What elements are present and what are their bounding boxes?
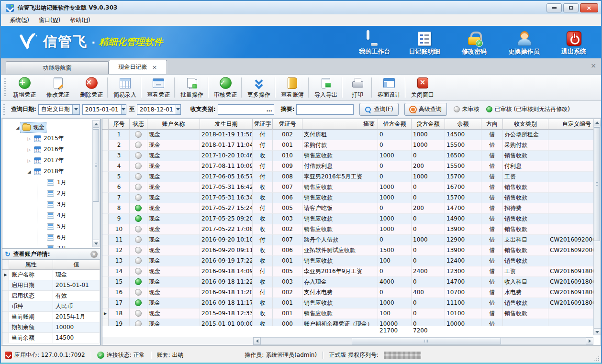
grid-column-header[interactable]: 账户名称 — [147, 119, 200, 130]
tree-node-month[interactable]: 7月 — [37, 243, 100, 248]
tree-node-year[interactable]: 2016年 — [26, 144, 100, 155]
toolbar-button[interactable]: ▼ 查看账簿 — [276, 75, 309, 100]
toolbar-button[interactable]: ▼ 审核凭证 — [209, 75, 242, 100]
date-to-select[interactable]: 2018-12-01 — [137, 104, 181, 115]
grid-row[interactable]: 3 现金 2017-10-20 10:46 收 010 销售应收款 1000 0… — [102, 151, 594, 161]
panel-close-icon[interactable]: × — [90, 251, 98, 258]
tree-node-month[interactable]: 5月 — [37, 221, 100, 232]
query-button[interactable]: 查询(F) — [359, 103, 398, 116]
toolbar-button[interactable]: ▼ 查看凭证 — [142, 75, 175, 100]
tree-node-month[interactable]: 1月 — [37, 177, 100, 188]
scroll-left-icon[interactable] — [253, 337, 261, 345]
grid-row[interactable]: 2 现金 2018-01-17 11:04 付 001 采购付款 0 1000 … — [102, 140, 594, 151]
change-password-button[interactable]: ✓ 修改密码 — [456, 29, 493, 56]
tree-scrollbar[interactable] — [92, 120, 100, 247]
grid-column-header[interactable]: 借方金额 — [378, 119, 412, 130]
grid-column-header[interactable]: 贷方金额 — [412, 119, 445, 130]
scroll-up-icon[interactable] — [594, 119, 601, 126]
tree-node-year[interactable]: 2015年 — [26, 133, 100, 144]
toolbar-button[interactable]: ▼ 关闭窗口 — [406, 75, 439, 100]
grid-row[interactable]: 11 现金 2016-09-20 10:10 付 007 路丹个人借款 0 10… — [102, 235, 594, 245]
chevron-down-icon[interactable] — [176, 105, 180, 114]
property-row[interactable]: 期初余额 10000 — [2, 322, 100, 333]
hscrollbar-thumb[interactable] — [352, 338, 501, 344]
tree-expander-icon[interactable] — [26, 147, 32, 152]
toolbar-button[interactable]: ▼ 修改凭证 — [41, 75, 75, 100]
grid-column-header[interactable]: 凭证字 — [253, 119, 273, 130]
tree-expander-icon[interactable] — [26, 136, 32, 141]
querybar-grip[interactable] — [3, 104, 5, 115]
switch-operator-button[interactable]: 更换操作员 — [505, 29, 543, 56]
grid-vscrollbar[interactable] — [593, 119, 601, 335]
toolbar-button[interactable]: ▼ 批量操作 — [175, 75, 209, 100]
grid-row[interactable]: 13 现金 2016-09-19 17:22 收 001 销售应收款 100 0… — [102, 256, 594, 266]
grid-row[interactable]: 15 现金 2016-09-18 11:22 收 003 存入现金 4000 0… — [102, 277, 594, 287]
scroll-down-icon[interactable] — [93, 240, 99, 247]
ellipsis-picker-icon[interactable]: … — [265, 106, 274, 113]
grid-column-header[interactable]: 自定义编号 — [548, 119, 594, 130]
toolbar-button[interactable]: ▼ 简易录入 — [108, 75, 142, 100]
scroll-right-icon[interactable] — [586, 337, 593, 345]
tree-expander-icon[interactable] — [15, 125, 21, 130]
menu-help[interactable]: 帮助(H) — [65, 15, 95, 26]
grid-vscrollbar-thumb[interactable] — [594, 127, 600, 241]
category-input[interactable]: … — [218, 104, 274, 115]
property-row[interactable]: 当前账期 2015年1月 — [2, 312, 100, 322]
property-row[interactable]: 当前余额 14500 — [2, 333, 100, 343]
grid-column-header[interactable]: 方向 — [481, 119, 503, 130]
toolbar-button[interactable]: ▼ 导入导出 — [309, 75, 343, 100]
grid-column-header[interactable]: 余额 — [445, 119, 481, 130]
resize-grip[interactable] — [594, 355, 600, 361]
scroll-up-icon[interactable] — [93, 121, 99, 128]
grid-row[interactable]: 16 现金 2016-09-18 11:20 付 002 支付水电费 0 400… — [102, 287, 594, 298]
grid-row[interactable]: 12 现金 2016-09-20 09:11 收 006 亚拓软件测试应收款 1… — [102, 245, 594, 256]
grid-row[interactable]: 6 现金 2017-05-31 16:42 收 007 销售应收款 1000 0… — [102, 182, 594, 193]
tree-node-month[interactable]: 4月 — [37, 210, 100, 221]
scroll-down-icon[interactable] — [594, 328, 601, 335]
property-row[interactable]: 启用状态 有效 — [2, 291, 100, 301]
toolbar-grip[interactable] — [4, 78, 6, 97]
date-from-select[interactable]: 2015-01-01 — [82, 104, 126, 115]
grid-row[interactable]: 17 现金 2016-09-18 11:17 收 001 销售应收款 1000 … — [102, 298, 594, 309]
advanced-query-button[interactable]: 高级查询 — [404, 103, 447, 116]
tab-cash-journal[interactable]: 现金日记账 × — [109, 60, 167, 74]
toolbar-button[interactable]: ▼ 界面设计 — [372, 75, 406, 100]
toolbar-button[interactable]: ▼ 打印 — [343, 75, 372, 100]
toolbar-button[interactable]: ▼ 删除凭证 — [75, 75, 108, 100]
grid-row[interactable]: 8 现金 2017-05-27 15:24 付 005 请客户吃饭 0 200 … — [102, 203, 594, 214]
grid-row[interactable]: 14 现金 2016-09-18 14:09 付 005 李亚男2016年9月工… — [102, 266, 594, 277]
grid-column-header[interactable]: 发生日期 — [200, 119, 253, 130]
tree-node-month[interactable]: 2月 — [37, 188, 100, 199]
grid-column-header[interactable]: 收支类别 — [503, 119, 548, 130]
tree-node-month[interactable]: 3月 — [37, 199, 100, 210]
toolbar-button[interactable]: ▼ 新增凭证 — [8, 75, 41, 100]
grid-row[interactable]: 1 现金 2018-01-19 11:50 付 002 支付房租 0 1000 … — [102, 130, 594, 140]
grid-row[interactable]: ▶ 18 现金 2015-09-18 12:33 收 001 销售应收款 100… — [102, 309, 594, 319]
minimize-button[interactable] — [546, 3, 562, 12]
menu-window[interactable]: 窗口(W) — [34, 15, 65, 26]
grid-row[interactable]: 19 现金 2015-01-01 00:00 收 000 账户期初余额凭证（现金… — [102, 319, 594, 326]
tab-strip-close-icon[interactable]: × — [591, 62, 596, 69]
refresh-icon[interactable]: ↻ — [5, 251, 11, 257]
date-mode-select[interactable]: 自定义日期 — [38, 104, 80, 115]
menu-system[interactable]: 系统(S) — [5, 15, 34, 26]
tree-expander-icon[interactable] — [26, 169, 32, 174]
grid-row[interactable]: 5 现金 2017-06-05 16:57 付 008 李亚男2016年5月工资… — [102, 172, 594, 182]
tab-function-nav[interactable]: 功能导航窗 — [6, 61, 109, 74]
tree-node-year[interactable]: 2017年 — [26, 155, 100, 166]
grid-column-header[interactable]: 序号 — [109, 119, 130, 130]
grid-row[interactable]: 7 现金 2017-05-31 16:34 收 006 销售应收款 1000 0… — [102, 193, 594, 203]
tree-node-cash[interactable]: 现金 — [2, 122, 100, 133]
close-button[interactable]: × — [580, 3, 598, 12]
property-row[interactable]: 币种 人民币 — [2, 301, 100, 312]
grid-column-header[interactable]: 状态 — [130, 119, 147, 130]
property-row[interactable]: 启用日期 2015-01-01 — [2, 280, 100, 291]
tree-node-year[interactable]: 2018年 — [26, 166, 100, 177]
journal-detail-button[interactable]: 日记账明细 — [406, 29, 443, 56]
exit-system-button[interactable]: 退出系统 — [555, 29, 592, 56]
grid-column-header[interactable]: 摘要 — [302, 119, 378, 130]
grid-column-header[interactable]: 凭证号 — [273, 119, 302, 130]
my-workstation-button[interactable]: 我的工作台 — [356, 29, 393, 56]
tree-expander-icon[interactable] — [26, 158, 32, 163]
chevron-down-icon[interactable] — [121, 105, 126, 114]
